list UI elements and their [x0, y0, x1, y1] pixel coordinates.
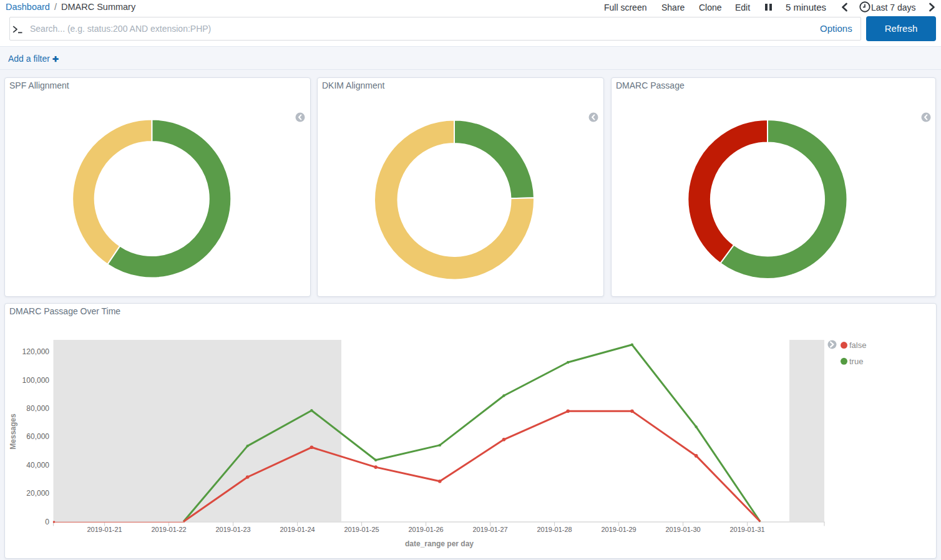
svg-text:60,000: 60,000: [26, 432, 49, 441]
svg-text:2019-01-30: 2019-01-30: [665, 526, 700, 533]
svg-text:2019-01-21: 2019-01-21: [87, 526, 122, 533]
svg-text:2019-01-22: 2019-01-22: [151, 526, 186, 533]
svg-text:2019-01-23: 2019-01-23: [215, 526, 250, 533]
svg-text:2019-01-27: 2019-01-27: [472, 526, 507, 533]
svg-text:20,000: 20,000: [26, 489, 49, 498]
svg-text:2019-01-26: 2019-01-26: [408, 526, 443, 533]
svg-text:2019-01-28: 2019-01-28: [537, 526, 572, 533]
svg-text:2019-01-25: 2019-01-25: [344, 526, 379, 533]
svg-text:40,000: 40,000: [26, 461, 49, 470]
svg-text:date_range per day: date_range per day: [405, 539, 474, 548]
svg-text:true: true: [849, 357, 863, 366]
svg-text:120,000: 120,000: [22, 347, 50, 356]
svg-text:100,000: 100,000: [22, 376, 50, 385]
svg-text:Messages: Messages: [9, 413, 17, 450]
svg-text:2019-01-24: 2019-01-24: [280, 526, 314, 533]
svg-text:2019-01-29: 2019-01-29: [601, 526, 636, 533]
svg-text:false: false: [849, 340, 866, 350]
svg-text:0: 0: [45, 518, 49, 526]
svg-text:2019-01-31: 2019-01-31: [729, 526, 764, 533]
svg-text:80,000: 80,000: [26, 404, 49, 413]
